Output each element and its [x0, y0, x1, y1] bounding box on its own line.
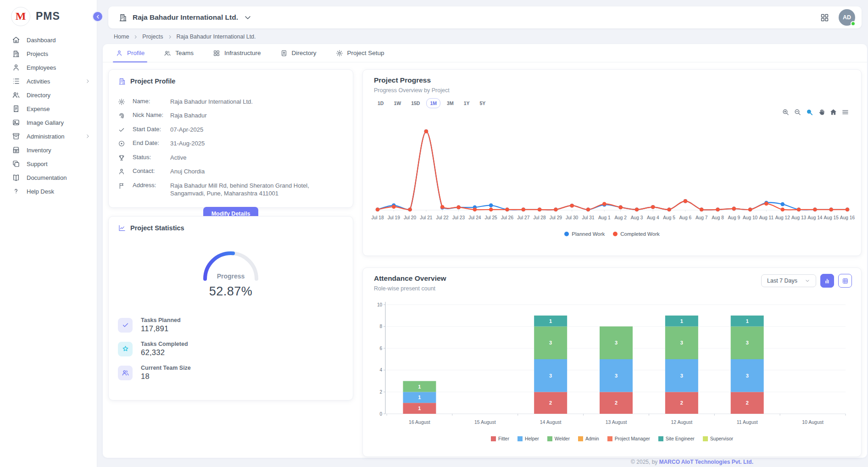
main-content: ProfileTeamsInfrastructureDirectoryProje… — [103, 44, 867, 458]
progress-chart-title: Project Progress — [374, 76, 850, 84]
legend-fitter[interactable]: Fitter — [491, 436, 509, 441]
svg-text:3: 3 — [549, 340, 552, 345]
profile-card-title: Project Profile — [130, 78, 175, 85]
tab-label: Directory — [292, 50, 317, 56]
menu-tool-icon[interactable] — [841, 108, 849, 116]
svg-text:10: 10 — [377, 302, 383, 307]
footer: © 2025, by MARCO AIoT Technologies Pvt. … — [97, 459, 868, 465]
attendance-range-select[interactable]: Last 7 Days — [761, 274, 816, 287]
chevron-right-icon — [85, 133, 90, 139]
tab-teams[interactable]: Teams — [164, 44, 194, 62]
legend-completed-work[interactable]: Completed Work — [613, 231, 659, 237]
sidebar-item-activities[interactable]: Activities — [0, 74, 97, 88]
sidebar-item-label: Image Gallary — [27, 119, 90, 126]
range-15d[interactable]: 15D — [407, 98, 423, 108]
svg-text:3: 3 — [615, 373, 618, 378]
sidebar-item-directory[interactable]: Directory — [0, 88, 97, 102]
zoomin-tool-icon[interactable] — [782, 108, 790, 116]
legend-planned-work[interactable]: Planned Work — [564, 231, 605, 237]
avatar-initials: AD — [843, 14, 851, 21]
image-icon — [12, 118, 20, 127]
project-progress-chart[interactable]: Jul 18Jul 19Jul 20Jul 21Jul 22Jul 23Jul … — [370, 119, 855, 226]
range-5y[interactable]: 5Y — [476, 98, 489, 108]
svg-text:2: 2 — [746, 400, 749, 406]
field-value: Active — [170, 154, 344, 162]
tab-project-setup[interactable]: Project Setup — [336, 44, 384, 62]
svg-text:2: 2 — [379, 389, 382, 395]
building-icon — [118, 77, 126, 85]
legend-supervisor[interactable]: Supervisor — [703, 436, 733, 441]
legend-project-manager[interactable]: Project Manager — [607, 436, 650, 441]
homefill-tool-icon[interactable] — [829, 108, 837, 116]
sidebar-item-image-gallary[interactable]: Image Gallary — [0, 116, 97, 129]
sidebar-item-administration[interactable]: Administration — [0, 129, 97, 143]
sidebar-item-expense[interactable]: Expense — [0, 102, 97, 116]
breadcrumb-projects[interactable]: Projects — [142, 33, 163, 40]
apps-grid-icon[interactable] — [820, 13, 829, 22]
svg-text:Jul 26: Jul 26 — [501, 215, 514, 220]
legend-welder[interactable]: Welder — [547, 436, 570, 441]
footer-text: © 2025, by — [631, 459, 659, 465]
svg-text:1: 1 — [549, 318, 552, 324]
project-statistics-card: Project Statistics Progress 52.87% Tasks… — [108, 216, 353, 400]
sidebar-item-projects[interactable]: Projects — [0, 47, 97, 61]
zoomout-tool-icon[interactable] — [794, 108, 801, 116]
svg-text:1: 1 — [418, 384, 421, 389]
svg-text:Aug 2: Aug 2 — [614, 215, 627, 220]
sidebar-item-documentation[interactable]: Documentation — [0, 171, 97, 184]
range-3m[interactable]: 3M — [443, 98, 457, 108]
project-progress-card: Project Progress Progress Overview by Pr… — [362, 69, 862, 256]
sidebar-item-employees[interactable]: Employees — [0, 61, 97, 74]
attendance-chart: 024681011116 August15 August233114 Augus… — [370, 295, 855, 432]
table-view-button[interactable] — [838, 274, 852, 288]
legend-label: Site Engineer — [666, 436, 695, 441]
company-selector[interactable]: Raja Bahadur International Ltd. — [118, 13, 252, 22]
table-grid-icon — [842, 278, 849, 284]
stat-tasks-completed: Tasks Completed62,332 — [118, 341, 344, 357]
legend-label: Supervisor — [710, 436, 733, 441]
sidebar-item-dashboard[interactable]: Dashboard — [0, 33, 97, 47]
people-icon — [12, 91, 20, 99]
user-avatar[interactable]: AD — [839, 9, 855, 26]
chevron-right-icon — [133, 34, 138, 39]
legend-label: Admin — [585, 436, 599, 441]
svg-text:Jul 19: Jul 19 — [388, 215, 401, 220]
legend-label: Helper — [525, 436, 539, 441]
range-1d[interactable]: 1D — [374, 98, 387, 108]
svg-text:Jul 23: Jul 23 — [452, 215, 465, 220]
legend-admin[interactable]: Admin — [578, 436, 599, 441]
tab-infrastructure[interactable]: Infrastructure — [213, 44, 261, 62]
range-1m[interactable]: 1M — [426, 98, 440, 108]
sidebar-collapse-button[interactable] — [92, 11, 103, 22]
sidebar-item-label: Administration — [27, 133, 85, 140]
tab-profile[interactable]: Profile — [116, 44, 145, 62]
zoomsel-tool-icon[interactable] — [806, 108, 813, 116]
sidebar-item-help-desk[interactable]: Help Desk — [0, 184, 97, 198]
stat-current-team-size: Current Team Size18 — [118, 365, 344, 381]
home-icon — [12, 36, 20, 44]
range-1y[interactable]: 1Y — [460, 98, 473, 108]
stat-value: 62,332 — [141, 348, 188, 357]
stat-label: Tasks Completed — [141, 341, 188, 347]
legend-site-engineer[interactable]: Site Engineer — [658, 436, 695, 441]
tab-directory[interactable]: Directory — [280, 44, 317, 62]
profile-field-address: Address:Raja Bahadur Mill Rd, behind She… — [118, 178, 344, 200]
range-1w[interactable]: 1W — [390, 98, 405, 108]
chart-view-button[interactable] — [820, 274, 834, 288]
breadcrumb-home[interactable]: Home — [114, 33, 129, 40]
pan-tool-icon[interactable] — [818, 108, 825, 116]
profile-field-status: Status:Active — [118, 150, 344, 165]
legend-swatch — [578, 436, 583, 441]
sidebar-item-inventory[interactable]: Inventory — [0, 143, 97, 157]
person-icon — [12, 63, 20, 72]
app-name: PMS — [36, 10, 60, 22]
svg-text:1: 1 — [418, 406, 421, 411]
svg-text:Jul 30: Jul 30 — [566, 215, 579, 220]
legend-helper[interactable]: Helper — [517, 436, 539, 441]
fingerprint-icon — [118, 112, 125, 119]
sidebar-item-support[interactable]: Support — [0, 157, 97, 171]
svg-text:15 August: 15 August — [474, 419, 496, 425]
svg-text:Aug 9: Aug 9 — [728, 215, 740, 220]
svg-text:11 August: 11 August — [737, 419, 758, 425]
footer-company-link[interactable]: MARCO AIoT Technologies Pvt. Ltd. — [659, 459, 753, 465]
